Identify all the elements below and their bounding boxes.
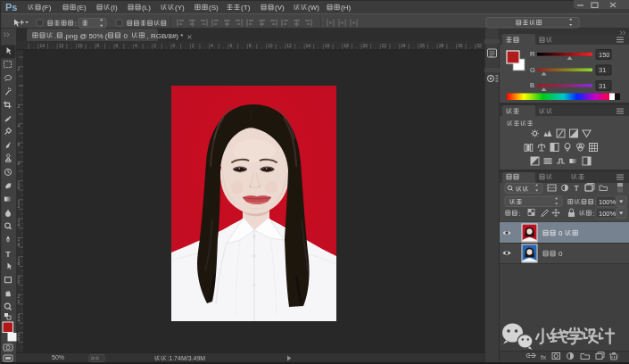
svg-text:T: T: [5, 250, 11, 259]
svg-text:2: 2: [18, 203, 21, 209]
svg-text:B: B: [530, 81, 534, 89]
svg-text:28: 28: [439, 43, 444, 48]
svg-text:2: 2: [192, 43, 194, 48]
svg-text:(F): (F): [42, 4, 52, 12]
svg-text:(Y): (Y): [175, 4, 185, 12]
svg-text:4: 4: [135, 43, 137, 48]
svg-text:150: 150: [599, 51, 610, 59]
svg-text::: :: [518, 210, 520, 218]
svg-text:24: 24: [401, 43, 406, 48]
svg-text:, RGB/8#) *: , RGB/8#) *: [146, 32, 183, 40]
svg-text:12: 12: [286, 43, 292, 48]
svg-text:(I): (I): [111, 4, 118, 12]
svg-text:12: 12: [59, 43, 64, 48]
svg-text:2: 2: [18, 103, 21, 109]
svg-text:6: 6: [229, 43, 232, 48]
svg-text:0: 0: [18, 279, 21, 285]
svg-text:10: 10: [268, 43, 273, 48]
svg-text:14: 14: [306, 43, 311, 48]
svg-text:2: 2: [153, 43, 156, 48]
svg-text:30: 30: [458, 43, 463, 48]
svg-text:(E): (E): [77, 4, 87, 12]
svg-text:8: 8: [96, 43, 99, 48]
svg-text:0: 0: [559, 229, 563, 237]
svg-text:18: 18: [343, 43, 349, 48]
svg-text:26: 26: [419, 43, 425, 48]
svg-text:8: 8: [249, 43, 252, 48]
svg-text:0: 0: [18, 185, 21, 190]
svg-text::: :: [74, 20, 76, 28]
svg-text:(W): (W): [308, 4, 319, 12]
svg-text:(L): (L): [142, 4, 151, 12]
svg-text:31: 31: [599, 82, 606, 90]
svg-text:2: 2: [18, 66, 21, 71]
svg-text:22: 22: [382, 43, 387, 48]
svg-text:T: T: [574, 184, 579, 193]
svg-text:R: R: [530, 50, 535, 58]
svg-text:(V): (V): [275, 4, 285, 12]
svg-text:100%: 100%: [599, 210, 617, 218]
svg-text:6: 6: [116, 43, 119, 48]
svg-text:.: .: [54, 32, 56, 40]
svg-text:50%: 50%: [52, 354, 64, 360]
svg-text::1.74M/3.49M: :1.74M/3.49M: [167, 355, 205, 361]
svg-text:6: 6: [18, 336, 21, 342]
svg-text:.png @ 50% (: .png @ 50% (: [63, 32, 107, 40]
svg-text:4: 4: [18, 123, 21, 128]
svg-text:6: 6: [18, 142, 21, 147]
svg-text:(T): (T): [241, 4, 251, 12]
svg-text:2: 2: [18, 299, 21, 304]
svg-text:4: 4: [18, 318, 21, 323]
svg-text:31: 31: [599, 66, 606, 74]
svg-text:20: 20: [363, 43, 368, 48]
svg-text:8: 8: [18, 161, 21, 166]
svg-text:(S): (S): [209, 4, 219, 12]
svg-text:6: 6: [18, 242, 21, 247]
svg-text:10: 10: [78, 43, 83, 48]
svg-text:16: 16: [325, 43, 330, 48]
svg-text:14: 14: [39, 43, 45, 48]
svg-text:0: 0: [123, 32, 128, 40]
svg-text:fx: fx: [541, 353, 546, 361]
svg-text:G: G: [530, 66, 535, 74]
svg-text::: :: [592, 210, 594, 218]
svg-text:(H): (H): [341, 4, 351, 12]
svg-text:4: 4: [18, 222, 21, 228]
svg-text:0: 0: [173, 43, 176, 48]
svg-text:0: 0: [559, 250, 563, 258]
svg-text:8: 8: [18, 261, 21, 266]
svg-text:Ps: Ps: [5, 2, 17, 12]
svg-text:32: 32: [476, 43, 482, 48]
svg-text:4: 4: [211, 43, 213, 48]
svg-text:100%: 100%: [599, 198, 617, 206]
